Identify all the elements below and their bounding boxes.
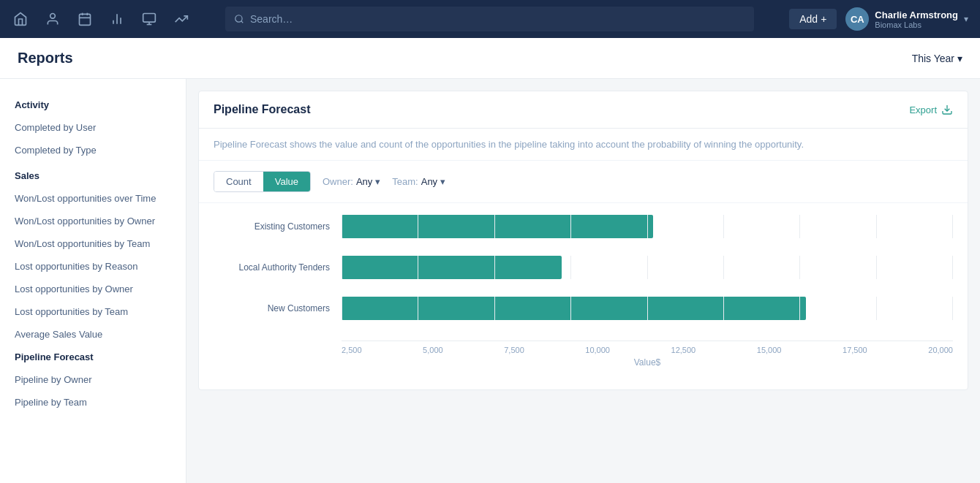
search-input[interactable] — [250, 13, 745, 25]
report-description: Pipeline Forecast shows the value and co… — [199, 129, 968, 161]
home-icon[interactable] — [12, 10, 29, 28]
user-chevron-icon: ▾ — [964, 14, 968, 24]
page-title: Reports — [18, 50, 73, 66]
bar-label: Local Authority Tenders — [214, 262, 342, 273]
x-tick: 15,000 — [757, 346, 782, 354]
sidebar-item-lost-by-team[interactable]: Lost opportunities by Team — [0, 300, 186, 323]
owner-chevron-icon: ▾ — [375, 176, 380, 187]
user-name: Charlie Armstrong — [875, 9, 958, 20]
x-axis: 2,5005,0007,50010,00012,50015,00017,5002… — [342, 341, 953, 354]
export-button[interactable]: Export — [909, 104, 953, 115]
x-tick: 2,500 — [342, 346, 362, 354]
sidebar: Activity Completed by User Completed by … — [0, 79, 186, 483]
sidebar-item-lost-by-owner[interactable]: Lost opportunities by Owner — [0, 278, 186, 300]
contacts-icon[interactable] — [44, 10, 61, 28]
sidebar-item-pipeline-forecast[interactable]: Pipeline Forecast — [0, 346, 186, 368]
topnav-right: Add + CA Charlie Armstrong Biomax Labs ▾ — [789, 7, 968, 31]
bar-track — [342, 256, 953, 279]
user-org: Biomax Labs — [875, 20, 958, 29]
sidebar-section-activity: Activity — [0, 91, 186, 116]
user-text: Charlie Armstrong Biomax Labs — [875, 9, 958, 29]
team-chevron-icon: ▾ — [440, 176, 445, 187]
sidebar-item-completed-by-type[interactable]: Completed by Type — [0, 139, 186, 161]
export-icon — [941, 104, 953, 115]
report-card: Pipeline Forecast Export Pipeline Foreca… — [198, 91, 968, 390]
sidebar-item-wonlost-over-time[interactable]: Won/Lost opportunities over Time — [0, 187, 186, 210]
sidebar-item-pipeline-by-owner[interactable]: Pipeline by Owner — [0, 368, 186, 391]
x-axis-label: Value$ — [342, 357, 953, 368]
bar-fill — [342, 215, 653, 238]
search-bar[interactable] — [225, 7, 754, 31]
sidebar-item-avg-sales-value[interactable]: Average Sales Value — [0, 323, 186, 346]
nav-icons — [12, 10, 190, 28]
svg-rect-1 — [80, 14, 91, 25]
bar-row: Existing Customers — [214, 215, 953, 238]
sidebar-item-wonlost-by-team[interactable]: Won/Lost opportunities by Team — [0, 232, 186, 255]
sidebar-item-completed-by-user[interactable]: Completed by User — [0, 116, 186, 139]
bar-track — [342, 297, 953, 320]
count-toggle[interactable]: Count — [214, 172, 263, 191]
value-toggle[interactable]: Value — [263, 172, 310, 191]
bar-track — [342, 215, 953, 238]
page-header: Reports This Year ▾ — [0, 38, 980, 79]
bar-label: New Customers — [214, 303, 342, 313]
x-tick: 12,500 — [671, 346, 696, 354]
year-chevron-icon: ▾ — [957, 53, 962, 64]
top-nav: Add + CA Charlie Armstrong Biomax Labs ▾ — [0, 0, 980, 38]
team-filter[interactable]: Team: Any ▾ — [392, 176, 445, 187]
sidebar-section-sales: Sales — [0, 161, 186, 187]
x-tick: 17,500 — [843, 346, 867, 354]
main-layout: Activity Completed by User Completed by … — [0, 79, 980, 483]
chart-area: Existing CustomersLocal Authority Tender… — [214, 215, 953, 338]
user-menu[interactable]: CA Charlie Armstrong Biomax Labs ▾ — [845, 7, 968, 31]
search-icon — [234, 14, 244, 24]
x-tick: 7,500 — [504, 346, 524, 354]
sidebar-item-lost-by-reason[interactable]: Lost opportunities by Reason — [0, 255, 186, 278]
owner-filter[interactable]: Owner: Any ▾ — [323, 176, 380, 187]
x-tick: 10,000 — [585, 346, 610, 354]
add-button[interactable]: Add + — [789, 9, 837, 29]
year-filter[interactable]: This Year ▾ — [912, 53, 962, 64]
svg-rect-8 — [143, 14, 156, 23]
svg-point-0 — [50, 14, 56, 19]
bar-fill — [342, 256, 562, 279]
report-title: Pipeline Forecast — [214, 103, 311, 116]
calendar-icon[interactable] — [76, 10, 94, 28]
avatar: CA — [845, 7, 869, 31]
svg-point-11 — [235, 15, 242, 22]
view-toggle: Count Value — [214, 171, 311, 192]
report-controls: Count Value Owner: Any ▾ Team: Any ▾ — [199, 161, 968, 203]
sidebar-item-pipeline-by-team[interactable]: Pipeline by Team — [0, 391, 186, 414]
chart-container: Existing CustomersLocal Authority Tender… — [199, 203, 968, 389]
trends-icon[interactable] — [173, 10, 190, 28]
bar-label: Existing Customers — [214, 221, 342, 232]
svg-line-12 — [241, 21, 244, 23]
report-card-header: Pipeline Forecast Export — [199, 91, 968, 129]
content-area: Pipeline Forecast Export Pipeline Foreca… — [186, 79, 980, 483]
sidebar-item-wonlost-by-owner[interactable]: Won/Lost opportunities by Owner — [0, 210, 186, 232]
deals-icon[interactable] — [140, 10, 158, 28]
bar-fill — [342, 297, 806, 320]
reports-icon[interactable] — [108, 10, 126, 28]
bar-row: New Customers — [214, 297, 953, 320]
x-tick: 20,000 — [928, 346, 953, 354]
bar-row: Local Authority Tenders — [214, 256, 953, 279]
x-tick: 5,000 — [423, 346, 443, 354]
